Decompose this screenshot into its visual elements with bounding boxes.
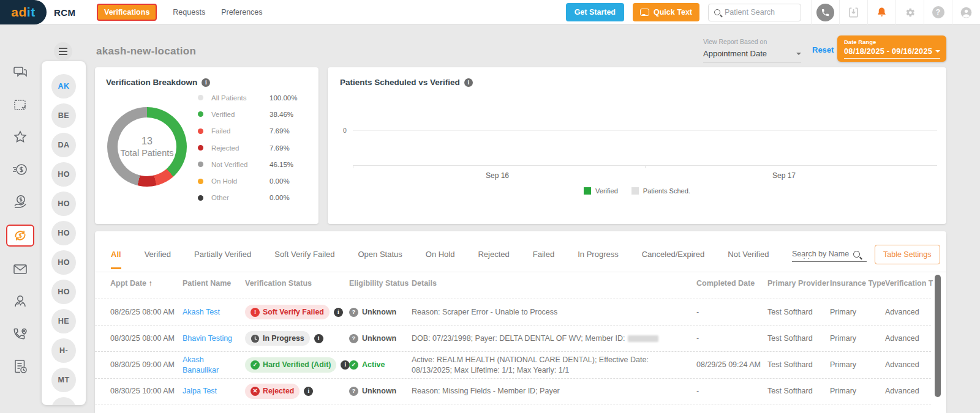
nav-tab-requests[interactable]: Requests	[173, 8, 205, 17]
avatar-item[interactable]: HO	[51, 192, 76, 216]
tab-soft-verify-failed[interactable]: Soft Verify Failed	[274, 250, 334, 269]
patient-search-box[interactable]	[708, 4, 801, 21]
chat-bubbles-icon[interactable]	[8, 62, 32, 82]
info-icon[interactable]: i	[334, 308, 343, 317]
table-row[interactable]: 08/30/25 10:00 AM Jalpa Test ✕Rejected i…	[95, 378, 931, 404]
column-patient-name[interactable]: Patient Name	[183, 279, 245, 288]
hand-dollar-icon[interactable]	[8, 192, 32, 212]
column-completed-date[interactable]: Completed Date	[696, 279, 767, 288]
verification-type-cell: Advanced	[885, 307, 933, 318]
settings-cell[interactable]	[895, 0, 924, 24]
patient-health-icon[interactable]	[8, 292, 32, 311]
patient-search-input[interactable]	[725, 8, 792, 17]
column-details[interactable]: Details	[412, 279, 696, 288]
avatar-item[interactable]: HO	[51, 250, 76, 275]
collapse-menu-button[interactable]	[54, 42, 72, 61]
table-scrollbar[interactable]	[935, 275, 941, 397]
table-row[interactable]: 08/26/25 08:00 AM Akash Test !Soft Verif…	[95, 299, 931, 325]
patient-name-link[interactable]: Jalpa Test	[183, 387, 217, 395]
column-eligibility-status[interactable]: Eligibility Status	[349, 279, 412, 288]
tab-canceled-expired[interactable]: Canceled/Expired	[642, 250, 705, 269]
clock-icon	[251, 334, 260, 343]
column-insurance-type[interactable]: Insurance Type	[830, 279, 885, 288]
primary-provider-cell: Test Softhard	[767, 386, 830, 396]
tab-not-verified[interactable]: Not Verified	[728, 250, 769, 269]
column-appt-date[interactable]: Appt Date ↑	[110, 279, 183, 288]
details-cell: Active: REALM HEALTH (NATIONAL CARE DENT…	[412, 355, 696, 376]
info-icon[interactable]: i	[304, 387, 313, 396]
insurance-type-cell: Primary	[830, 386, 885, 396]
tab-partially-verified[interactable]: Partially Verified	[194, 250, 251, 269]
tab-on-hold[interactable]: On Hold	[426, 250, 455, 269]
view-report-dropdown[interactable]: View Report Based on Appointment Date	[703, 38, 801, 62]
details-cell: Reason: Scraper Error - Unable to Proces…	[412, 307, 696, 318]
reset-button[interactable]: Reset	[812, 45, 834, 54]
status-badge: !Soft Verify Failed	[245, 305, 330, 320]
view-report-label: View Report Based on	[703, 38, 801, 45]
question-icon: ?	[349, 387, 358, 396]
completed-date-cell: -	[696, 333, 767, 344]
patient-name-link[interactable]: Akash Test	[183, 308, 220, 316]
sort-ascending-icon[interactable]: ↑	[149, 279, 153, 288]
tab-verified[interactable]: Verified	[145, 250, 171, 269]
status-tabs-row: All Verified Partially Verified Soft Ver…	[95, 231, 946, 272]
tab-rejected[interactable]: Rejected	[478, 250, 509, 269]
avatar-item[interactable]: HO	[51, 162, 76, 187]
avatar-item[interactable]: BE	[51, 103, 76, 128]
table-row[interactable]: 08/30/25 09:00 AM Akash Banaulikar ✓Hard…	[95, 351, 931, 378]
column-primary-provider[interactable]: Primary Provider	[767, 279, 830, 288]
date-range-picker[interactable]: Date Range 08/18/2025 - 09/16/2025	[837, 35, 946, 62]
patient-name-link[interactable]: Akash Banaulikar	[183, 355, 219, 374]
account-cell[interactable]	[952, 0, 980, 24]
column-verification-status[interactable]: Verification Status	[245, 279, 349, 288]
search-by-name-box[interactable]	[792, 250, 867, 262]
document-clock-icon[interactable]	[8, 357, 32, 376]
info-icon[interactable]: i	[202, 78, 210, 87]
envelope-icon[interactable]	[8, 259, 32, 279]
avatar-item[interactable]: MT	[51, 368, 76, 392]
fast-payment-icon[interactable]	[8, 160, 32, 179]
phone-location-icon[interactable]	[8, 324, 32, 344]
avatar-item[interactable]: DA	[51, 133, 76, 157]
phone-cell[interactable]	[811, 0, 839, 24]
patient-name-link[interactable]: Bhavin Testing	[183, 334, 232, 343]
verification-breakdown-card: Verification Breakdowni 13 Total Patient…	[95, 67, 318, 224]
info-icon[interactable]: i	[464, 78, 473, 87]
avatar-item[interactable]: HO	[51, 221, 76, 245]
avatar-item[interactable]: HO	[51, 280, 76, 304]
tab-failed[interactable]: Failed	[533, 250, 554, 269]
avatar-item[interactable]: HE	[51, 309, 76, 333]
avatar-item-partial[interactable]	[51, 397, 76, 405]
column-verification-type[interactable]: Verification T	[885, 279, 933, 288]
chat-bubble-icon	[640, 9, 649, 16]
tab-in-progress[interactable]: In Progress	[578, 250, 618, 269]
eligibility-status: ?Unknown	[349, 307, 405, 318]
tab-all[interactable]: All	[111, 250, 121, 269]
verifications-table-card: All Verified Partially Verified Soft Ver…	[95, 231, 946, 413]
tab-open-status[interactable]: Open Status	[358, 250, 402, 269]
notifications-cell[interactable]	[867, 0, 895, 24]
top-navigation-bar: adit RCM Verifications Requests Preferen…	[0, 0, 980, 24]
download-icon	[848, 7, 859, 18]
calendar-check-icon[interactable]	[8, 95, 32, 114]
legend-item: All Patients100.00%	[198, 89, 308, 106]
nav-tab-verifications[interactable]: Verifications	[97, 4, 157, 21]
adit-logo[interactable]: adit	[0, 0, 47, 24]
table-row[interactable]: 08/30/25 08:00 AM Bhavin Testing In Prog…	[95, 325, 931, 351]
avatar-item[interactable]: AK	[51, 74, 76, 99]
info-icon[interactable]: i	[314, 334, 323, 343]
insurance-type-cell: Primary	[830, 333, 885, 344]
help-cell[interactable]: ?	[924, 0, 952, 24]
dollar-sync-icon[interactable]	[6, 225, 34, 247]
get-started-button[interactable]: Get Started	[566, 3, 624, 21]
search-by-name-input[interactable]	[792, 250, 853, 258]
quick-text-button[interactable]: Quick Text	[633, 3, 699, 21]
download-cell[interactable]	[839, 0, 867, 24]
avatar-item[interactable]: H-	[51, 338, 76, 363]
chevron-down-icon	[796, 53, 801, 58]
star-review-icon[interactable]	[8, 127, 32, 147]
gridline	[353, 130, 937, 131]
table-settings-button[interactable]: Table Settings	[875, 245, 940, 264]
total-patients-label: Total Patients	[120, 148, 173, 158]
nav-tab-preferences[interactable]: Preferences	[221, 8, 262, 17]
